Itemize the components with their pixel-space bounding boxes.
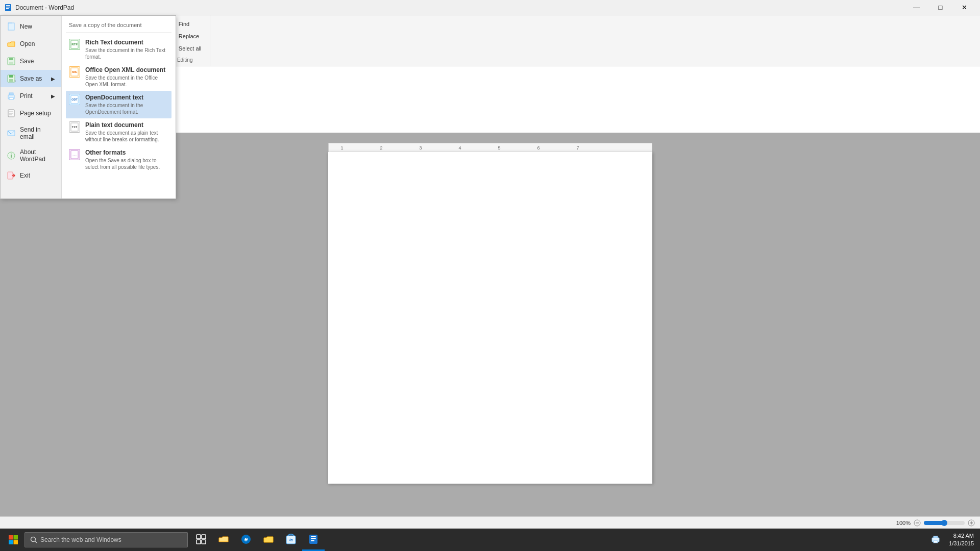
svg-text:🛍: 🛍 [289,538,293,542]
odt-icon: ODT [69,94,80,105]
save-as-txt[interactable]: TXT Plain text document Save the documen… [66,118,172,146]
svg-text:i: i [11,153,12,159]
svg-rect-29 [9,97,13,99]
taskbar-wordpad[interactable] [302,529,325,551]
svg-rect-28 [9,93,13,95]
svg-rect-54 [14,535,18,540]
zoom-in-icon[interactable] [968,519,975,527]
rtf-text: Rich Text document Save the document in … [85,39,168,60]
menu-item-exit[interactable]: Exit [1,167,61,184]
xml-title: Office Open XML document [85,66,168,73]
open-icon [7,39,16,48]
svg-text:ODT: ODT [71,98,78,101]
taskbar-taskview[interactable] [190,529,212,551]
svg-rect-3 [6,8,9,9]
svg-rect-22 [9,62,13,64]
taskbar-explorer[interactable] [212,529,235,551]
editing-section-label: Editing [177,55,193,63]
svg-text:TXT: TXT [72,126,78,129]
menu-pagesetup-label: Page setup [20,110,51,117]
new-icon [7,22,16,31]
print-icon [7,91,16,101]
menu-print-label: Print [20,92,33,99]
save-as-odt[interactable]: ODT OpenDocument text Save the document … [66,91,172,118]
menu-item-save-as[interactable]: → Save as ▶ [1,70,61,87]
svg-rect-73 [934,541,938,543]
svg-rect-72 [934,536,938,538]
rtf-icon: RTF [69,39,80,50]
svg-text:e: e [244,536,248,543]
svg-rect-55 [9,540,13,545]
svg-rect-68 [311,536,316,537]
save-as-xml[interactable]: XML Office Open XML document Save the do… [66,63,172,91]
minimize-button[interactable]: — [905,2,928,13]
txt-desc: Save the document as plain text without … [85,130,168,143]
svg-rect-62 [202,540,206,544]
document-page[interactable] [328,152,652,484]
other-icon: … [69,149,80,160]
zoom-out-icon[interactable] [914,519,921,527]
system-clock[interactable]: 8:42 AM 1/31/2015 [949,532,974,548]
svg-rect-1 [6,5,10,6]
start-button[interactable] [2,529,24,551]
svg-rect-60 [202,535,206,539]
taskbar-store[interactable]: 🛍 [280,529,302,551]
taskbar-folder[interactable] [257,529,280,551]
svg-rect-56 [14,540,18,545]
printer-tray-icon [931,535,940,544]
zoom-slider[interactable] [924,521,965,525]
svg-text:→: → [13,79,16,83]
odt-desc: Save the document in the OpenDocument fo… [85,102,168,115]
clock-time: 8:42 AM [949,532,974,540]
other-desc: Open the Save as dialog box to select fr… [85,157,168,170]
svg-rect-53 [9,535,13,540]
zoom-thumb[interactable] [941,520,947,526]
txt-text: Plain text document Save the document as… [85,121,168,143]
svg-rect-25 [9,79,13,82]
rtf-title: Rich Text document [85,39,168,46]
menu-item-save[interactable]: Save [1,53,61,70]
xml-icon: XML [69,66,80,78]
search-bar[interactable]: Search the web and Windows [24,532,188,547]
taskbar-ie[interactable]: e [235,529,257,551]
sendemail-icon [7,129,16,138]
svg-text:…: … [72,152,77,157]
odt-title: OpenDocument text [85,94,168,101]
search-icon [30,536,37,543]
arrow-icon: ▶ [51,76,55,82]
menu-about-label: About WordPad [20,148,55,163]
print-arrow-icon: ▶ [51,93,55,99]
svg-rect-24 [9,75,13,78]
menu-item-new[interactable]: New [1,18,61,35]
menu-item-pagesetup[interactable]: Page setup [1,105,61,122]
svg-rect-18 [8,23,14,30]
menu-item-sendemail[interactable]: Send in email [1,122,61,144]
menu-item-about[interactable]: i About WordPad [1,144,61,167]
menu-item-open[interactable]: Open [1,35,61,53]
taskview-icon [196,534,206,544]
status-bar: 100% [0,516,980,529]
save-as-icon: → [7,74,16,83]
menu-exit-label: Exit [20,172,30,179]
txt-title: Plain text document [85,121,168,129]
txt-icon: TXT [69,121,80,133]
rtf-desc: Save the document in the Rich Text forma… [85,47,168,60]
svg-rect-59 [197,535,201,539]
menu-new-label: New [20,23,32,30]
save-icon [7,57,16,66]
odt-text: OpenDocument text Save the document in t… [85,94,168,115]
menu-item-print[interactable]: Print ▶ [1,87,61,105]
xml-text: Office Open XML document Save the docume… [85,66,168,88]
ie-icon: e [240,534,252,545]
menu-right-panel: Save a copy of the document RTF Rich Tex… [62,16,176,198]
maximize-button[interactable]: □ [929,2,952,13]
svg-rect-69 [311,538,316,539]
menu-right-header: Save a copy of the document [66,20,172,33]
printer-icon[interactable] [924,529,947,551]
file-menu: New Open Save [0,15,176,199]
save-as-rtf[interactable]: RTF Rich Text document Save the document… [66,36,172,63]
save-as-other[interactable]: … Other formats Open the Save as dialog … [66,146,172,173]
taskbar-right: 8:42 AM 1/31/2015 [924,529,978,551]
svg-rect-61 [197,540,201,544]
close-button[interactable]: ✕ [953,2,976,13]
